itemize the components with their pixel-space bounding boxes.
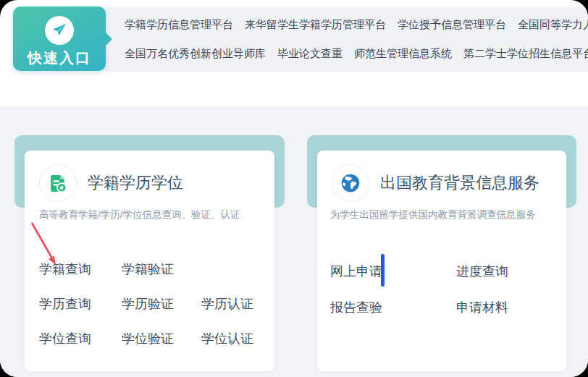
link-education-verification[interactable]: 学历验证 — [122, 295, 201, 313]
text-cursor-annotation — [381, 254, 385, 287]
link-row: 报告查验 申请材料 — [330, 289, 508, 326]
quick-links-row-1: 学籍学历信息管理平台 来华留学生学籍学历管理平台 学位授予信息管理平台 全国同等… — [101, 11, 588, 40]
link-progress-query[interactable]: 进度查询 — [456, 263, 508, 280]
quick-link-normal-student-system[interactable]: 师范生管理信息系统 — [354, 47, 452, 61]
link-application-materials[interactable]: 申请材料 — [456, 299, 508, 316]
link-education-authentication[interactable]: 学历认证 — [201, 295, 253, 313]
quick-link-student-records-platform[interactable]: 学籍学历信息管理平台 — [125, 18, 233, 32]
card-student-records-links: 学籍查询 学籍验证 学历查询 学历验证 学历认证 学位查询 学位验证 学位认证 — [39, 252, 253, 356]
quick-links-row-2: 全国万名优秀创新创业导师库 毕业论文查重 师范生管理信息系统 第二学士学位招生信… — [101, 40, 588, 69]
quick-entry-box: 快速入口 — [13, 7, 106, 71]
quick-link-equivalent-education-platform[interactable]: 全国同等学力人员申 — [518, 18, 588, 32]
link-degree-authentication[interactable]: 学位认证 — [201, 330, 253, 347]
card-student-records-header: 学籍学历学位 — [39, 164, 183, 202]
red-arrow-annotation — [20, 219, 64, 271]
document-star-icon — [39, 164, 77, 202]
quick-link-thesis-plagiarism-check[interactable]: 毕业论文查重 — [277, 47, 343, 61]
link-row: 学历查询 学历验证 学历认证 — [39, 287, 253, 321]
link-row: 学籍查询 学籍验证 — [39, 252, 253, 287]
link-degree-verification[interactable]: 学位验证 — [122, 330, 201, 347]
card-overseas-service: 出国教育背景信息服务 为学生出国留学提供国内教育背景调查信息服务 网上申请 进度… — [317, 151, 566, 371]
quick-link-intl-student-platform[interactable]: 来华留学生学籍学历管理平台 — [245, 18, 386, 32]
card-student-records-subtitle: 高等教育学籍/学历/学位信息查询、验证、认证 — [39, 208, 240, 221]
card-overseas-service-subtitle: 为学生出国留学提供国内教育背景调查信息服务 — [330, 208, 536, 221]
link-row: 学位查询 学位验证 学位认证 — [39, 321, 253, 356]
link-student-status-verification[interactable]: 学籍验证 — [122, 260, 201, 278]
link-online-application[interactable]: 网上申请 — [330, 263, 456, 280]
card-overseas-service-title: 出国教育背景信息服务 — [380, 172, 539, 194]
quick-entry-label: 快速入口 — [13, 48, 106, 68]
quick-link-degree-award-platform[interactable]: 学位授予信息管理平台 — [398, 18, 506, 32]
link-education-query[interactable]: 学历查询 — [39, 295, 122, 313]
card-overseas-service-header: 出国教育背景信息服务 — [332, 164, 539, 202]
quick-link-second-bachelor-platform[interactable]: 第二学士学位招生信息平台 — [463, 47, 588, 61]
card-overseas-service-links: 网上申请 进度查询 报告查验 申请材料 — [330, 253, 508, 326]
card-student-records-title: 学籍学历学位 — [88, 172, 183, 194]
globe-icon — [332, 164, 369, 202]
link-report-check[interactable]: 报告查验 — [330, 299, 456, 316]
link-degree-query[interactable]: 学位查询 — [39, 330, 122, 347]
page: 学籍学历信息管理平台 来华留学生学籍学历管理平台 学位授予信息管理平台 全国同等… — [0, 0, 588, 377]
paper-plane-icon — [45, 16, 74, 45]
quick-link-mentor-database[interactable]: 全国万名优秀创新创业导师库 — [125, 47, 266, 61]
quick-links-strip: 学籍学历信息管理平台 来华留学生学籍学历管理平台 学位授予信息管理平台 全国同等… — [101, 7, 588, 72]
quick-entry-notch — [105, 32, 112, 46]
link-row: 网上申请 进度查询 — [330, 253, 508, 289]
